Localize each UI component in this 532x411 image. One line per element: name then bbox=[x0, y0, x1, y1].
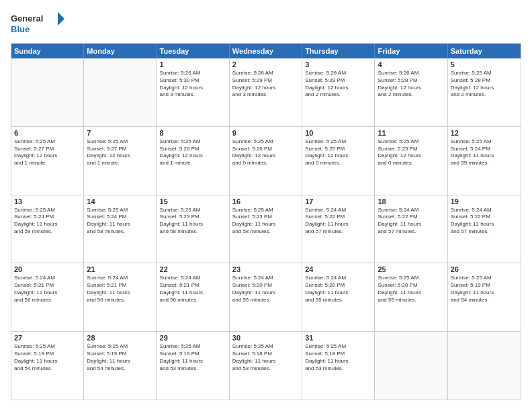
day-number: 12 bbox=[451, 129, 518, 137]
cell-text: Sunrise: 5:24 AM Sunset: 5:22 PM Dayligh… bbox=[378, 207, 444, 236]
cal-cell: 31Sunrise: 5:25 AM Sunset: 5:18 PM Dayli… bbox=[302, 332, 375, 400]
day-number: 21 bbox=[87, 265, 153, 273]
day-number: 2 bbox=[232, 60, 299, 68]
cell-text: Sunrise: 5:25 AM Sunset: 5:19 PM Dayligh… bbox=[160, 343, 226, 372]
cell-text: Sunrise: 5:24 AM Sunset: 5:22 PM Dayligh… bbox=[451, 207, 518, 236]
cal-cell: 11Sunrise: 5:25 AM Sunset: 5:25 PM Dayli… bbox=[375, 127, 447, 195]
logo: General Blue bbox=[11, 11, 64, 36]
cal-cell: 24Sunrise: 5:24 AM Sunset: 5:20 PM Dayli… bbox=[302, 263, 375, 331]
cell-text: Sunrise: 5:25 AM Sunset: 5:25 PM Dayligh… bbox=[378, 138, 444, 167]
calendar-header: SundayMondayTuesdayWednesdayThursdayFrid… bbox=[11, 44, 521, 58]
cal-cell: 12Sunrise: 5:25 AM Sunset: 5:24 PM Dayli… bbox=[448, 127, 521, 195]
cell-text: Sunrise: 5:25 AM Sunset: 5:18 PM Dayligh… bbox=[232, 343, 299, 372]
cal-cell: 5Sunrise: 5:25 AM Sunset: 5:28 PM Daylig… bbox=[448, 58, 521, 126]
cal-cell: 18Sunrise: 5:24 AM Sunset: 5:22 PM Dayli… bbox=[375, 195, 447, 263]
cell-text: Sunrise: 5:25 AM Sunset: 5:19 PM Dayligh… bbox=[451, 275, 518, 304]
logo-svg: General Blue bbox=[11, 11, 64, 36]
cal-cell: 23Sunrise: 5:24 AM Sunset: 5:20 PM Dayli… bbox=[230, 263, 302, 331]
cal-cell: 17Sunrise: 5:24 AM Sunset: 5:22 PM Dayli… bbox=[302, 195, 375, 263]
cal-cell: 29Sunrise: 5:25 AM Sunset: 5:19 PM Dayli… bbox=[157, 332, 230, 400]
day-number: 23 bbox=[232, 265, 299, 273]
header-day-wednesday: Wednesday bbox=[230, 44, 302, 58]
day-number: 16 bbox=[232, 197, 299, 205]
svg-marker-2 bbox=[58, 12, 64, 26]
day-number: 24 bbox=[305, 265, 371, 273]
day-number: 31 bbox=[305, 334, 371, 342]
day-number: 22 bbox=[160, 265, 226, 273]
cal-cell: 8Sunrise: 5:25 AM Sunset: 5:26 PM Daylig… bbox=[157, 127, 230, 195]
cell-text: Sunrise: 5:25 AM Sunset: 5:24 PM Dayligh… bbox=[451, 138, 518, 167]
day-number: 27 bbox=[14, 334, 81, 342]
cell-text: Sunrise: 5:26 AM Sunset: 5:28 PM Dayligh… bbox=[378, 70, 444, 99]
calendar-body: 1Sunrise: 5:26 AM Sunset: 5:30 PM Daylig… bbox=[11, 58, 521, 400]
cell-text: Sunrise: 5:25 AM Sunset: 5:23 PM Dayligh… bbox=[232, 207, 299, 236]
week-5: 27Sunrise: 5:25 AM Sunset: 5:19 PM Dayli… bbox=[11, 332, 521, 400]
page: General Blue SundayMondayTuesdayWednesda… bbox=[0, 0, 532, 411]
day-number: 3 bbox=[305, 60, 371, 68]
calendar: SundayMondayTuesdayWednesdayThursdayFrid… bbox=[11, 43, 521, 400]
cell-text: Sunrise: 5:25 AM Sunset: 5:24 PM Dayligh… bbox=[14, 207, 81, 236]
week-2: 6Sunrise: 5:25 AM Sunset: 5:27 PM Daylig… bbox=[11, 127, 521, 195]
day-number: 11 bbox=[378, 129, 444, 137]
cell-text: Sunrise: 5:25 AM Sunset: 5:27 PM Dayligh… bbox=[14, 138, 81, 167]
cal-cell: 15Sunrise: 5:25 AM Sunset: 5:23 PM Dayli… bbox=[157, 195, 230, 263]
day-number: 18 bbox=[378, 197, 444, 205]
day-number: 1 bbox=[160, 60, 226, 68]
day-number: 8 bbox=[160, 129, 226, 137]
cell-text: Sunrise: 5:25 AM Sunset: 5:26 PM Dayligh… bbox=[232, 138, 299, 167]
day-number: 26 bbox=[451, 265, 518, 273]
cell-text: Sunrise: 5:25 AM Sunset: 5:25 PM Dayligh… bbox=[305, 138, 371, 167]
cal-cell: 22Sunrise: 5:24 AM Sunset: 5:21 PM Dayli… bbox=[157, 263, 230, 331]
day-number: 15 bbox=[160, 197, 226, 205]
week-1: 1Sunrise: 5:26 AM Sunset: 5:30 PM Daylig… bbox=[11, 58, 521, 127]
cal-cell bbox=[448, 332, 521, 400]
day-number: 4 bbox=[378, 60, 444, 68]
day-number: 7 bbox=[87, 129, 153, 137]
cal-cell: 25Sunrise: 5:25 AM Sunset: 5:20 PM Dayli… bbox=[375, 263, 447, 331]
day-number: 17 bbox=[305, 197, 371, 205]
cell-text: Sunrise: 5:25 AM Sunset: 5:18 PM Dayligh… bbox=[305, 343, 371, 372]
day-number: 20 bbox=[14, 265, 81, 273]
cell-text: Sunrise: 5:25 AM Sunset: 5:24 PM Dayligh… bbox=[87, 207, 153, 236]
header-day-sunday: Sunday bbox=[11, 44, 84, 58]
header: General Blue bbox=[11, 11, 521, 36]
cal-cell: 1Sunrise: 5:26 AM Sunset: 5:30 PM Daylig… bbox=[157, 58, 230, 126]
cell-text: Sunrise: 5:24 AM Sunset: 5:21 PM Dayligh… bbox=[14, 275, 81, 304]
cell-text: Sunrise: 5:24 AM Sunset: 5:21 PM Dayligh… bbox=[160, 275, 226, 304]
day-number: 10 bbox=[305, 129, 371, 137]
cell-text: Sunrise: 5:26 AM Sunset: 5:29 PM Dayligh… bbox=[232, 70, 299, 99]
svg-text:General: General bbox=[11, 13, 43, 24]
cal-cell: 4Sunrise: 5:26 AM Sunset: 5:28 PM Daylig… bbox=[375, 58, 447, 126]
cal-cell: 27Sunrise: 5:25 AM Sunset: 5:19 PM Dayli… bbox=[11, 332, 84, 400]
cell-text: Sunrise: 5:24 AM Sunset: 5:22 PM Dayligh… bbox=[305, 207, 371, 236]
cal-cell: 20Sunrise: 5:24 AM Sunset: 5:21 PM Dayli… bbox=[11, 263, 84, 331]
day-number: 9 bbox=[232, 129, 299, 137]
cell-text: Sunrise: 5:25 AM Sunset: 5:19 PM Dayligh… bbox=[87, 343, 153, 372]
cal-cell bbox=[375, 332, 447, 400]
cal-cell: 9Sunrise: 5:25 AM Sunset: 5:26 PM Daylig… bbox=[230, 127, 302, 195]
cell-text: Sunrise: 5:24 AM Sunset: 5:20 PM Dayligh… bbox=[232, 275, 299, 304]
week-3: 13Sunrise: 5:25 AM Sunset: 5:24 PM Dayli… bbox=[11, 195, 521, 264]
cal-cell: 16Sunrise: 5:25 AM Sunset: 5:23 PM Dayli… bbox=[230, 195, 302, 263]
cell-text: Sunrise: 5:25 AM Sunset: 5:28 PM Dayligh… bbox=[451, 70, 518, 99]
week-4: 20Sunrise: 5:24 AM Sunset: 5:21 PM Dayli… bbox=[11, 263, 521, 332]
cal-cell bbox=[84, 58, 157, 126]
svg-text:Blue: Blue bbox=[11, 24, 30, 34]
header-day-friday: Friday bbox=[375, 44, 447, 58]
cell-text: Sunrise: 5:24 AM Sunset: 5:20 PM Dayligh… bbox=[305, 275, 371, 304]
header-day-tuesday: Tuesday bbox=[157, 44, 230, 58]
cal-cell: 30Sunrise: 5:25 AM Sunset: 5:18 PM Dayli… bbox=[230, 332, 302, 400]
cal-cell: 3Sunrise: 5:26 AM Sunset: 5:29 PM Daylig… bbox=[302, 58, 375, 126]
cal-cell: 19Sunrise: 5:24 AM Sunset: 5:22 PM Dayli… bbox=[448, 195, 521, 263]
cal-cell: 21Sunrise: 5:24 AM Sunset: 5:21 PM Dayli… bbox=[84, 263, 157, 331]
day-number: 28 bbox=[87, 334, 153, 342]
cal-cell: 6Sunrise: 5:25 AM Sunset: 5:27 PM Daylig… bbox=[11, 127, 84, 195]
header-day-thursday: Thursday bbox=[302, 44, 375, 58]
cell-text: Sunrise: 5:25 AM Sunset: 5:20 PM Dayligh… bbox=[378, 275, 444, 304]
cell-text: Sunrise: 5:26 AM Sunset: 5:30 PM Dayligh… bbox=[160, 70, 226, 99]
day-number: 29 bbox=[160, 334, 226, 342]
day-number: 19 bbox=[451, 197, 518, 205]
header-day-saturday: Saturday bbox=[448, 44, 521, 58]
day-number: 13 bbox=[14, 197, 81, 205]
cal-cell: 14Sunrise: 5:25 AM Sunset: 5:24 PM Dayli… bbox=[84, 195, 157, 263]
